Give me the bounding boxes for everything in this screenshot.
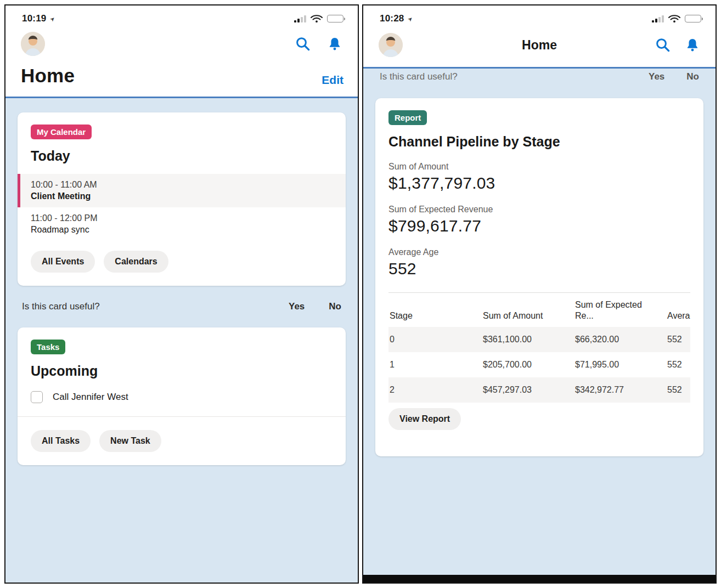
status-time: 10:28 ➤ <box>380 13 414 24</box>
column-header: Sum of Amount <box>482 293 574 327</box>
two-phone-screenshot: 10:19 ➤ <box>0 0 721 588</box>
cell-sum-amount: $361,100.00 <box>482 327 574 352</box>
report-card: Report Channel Pipeline by Stage Sum of … <box>375 98 703 456</box>
task-item: Call Jennifer West <box>31 391 333 403</box>
cell-stage: 1 <box>388 352 482 377</box>
wifi-icon <box>311 14 323 23</box>
tasks-card: Tasks Upcoming Call Jennifer West All Ta… <box>18 327 346 465</box>
page-title-row: Home Edit <box>5 59 358 97</box>
cell-average-age: 552 <box>666 352 690 377</box>
calendar-card-title: Today <box>31 148 333 164</box>
event-item[interactable]: 10:00 - 11:00 AM Client Meeting <box>18 174 346 207</box>
column-header: Averag <box>666 293 690 327</box>
table-row: 1 $205,700.00 $71,995.00 552 <box>388 352 690 377</box>
cell-average-age: 552 <box>666 327 690 352</box>
column-header: Sum of Expected Re... <box>574 293 666 327</box>
new-task-button[interactable]: New Task <box>99 430 161 452</box>
report-table[interactable]: Stage Sum of Amount Sum of Expected Re..… <box>388 292 690 403</box>
feedback-question: Is this card useful? <box>22 301 264 312</box>
metric-label: Sum of Expected Revenue <box>388 205 690 214</box>
home-content: Is this card useful? Yes No Report Chann… <box>363 69 716 583</box>
battery-icon <box>685 15 701 22</box>
metric: Sum of Amount $1,377,797.03 <box>388 162 690 193</box>
page-title: Home <box>21 65 75 87</box>
edit-button[interactable]: Edit <box>322 74 343 87</box>
left-phone-screen: 10:19 ➤ <box>4 4 359 584</box>
table-row: 0 $361,100.00 $66,320.00 552 <box>388 327 690 352</box>
report-badge: Report <box>388 110 427 125</box>
event-time: 11:00 - 12:00 PM <box>31 213 333 223</box>
tasks-actions: All Tasks New Task <box>31 430 333 452</box>
cellular-signal-icon <box>294 15 306 22</box>
report-card-title: Channel Pipeline by Stage <box>388 134 690 150</box>
time-text: 10:28 <box>380 13 404 24</box>
feedback-question: Is this card useful? <box>380 73 627 82</box>
cell-sum-amount: $457,297.03 <box>482 377 574 403</box>
cell-sum-amount: $205,700.00 <box>482 352 574 377</box>
task-label: Call Jennifer West <box>53 392 128 403</box>
calendar-badge: My Calendar <box>31 125 92 139</box>
status-bar: 10:28 ➤ <box>363 5 716 26</box>
status-icons <box>294 14 343 23</box>
cell-sum-expected: $66,320.00 <box>574 327 666 352</box>
metric-label: Sum of Amount <box>388 162 690 172</box>
screenshot-bottom-edge <box>362 575 717 583</box>
metric: Sum of Expected Revenue $799,617.77 <box>388 205 690 235</box>
battery-icon <box>327 15 343 22</box>
card-feedback-row: Is this card useful? Yes No <box>380 73 699 87</box>
location-arrow-icon: ➤ <box>407 15 415 23</box>
notifications-bell-icon[interactable] <box>326 35 343 53</box>
event-time: 10:00 - 11:00 AM <box>31 180 333 190</box>
cell-stage: 2 <box>388 377 482 403</box>
cell-stage: 0 <box>388 327 482 352</box>
event-item[interactable]: 11:00 - 12:00 PM Roadmap sync <box>18 207 346 241</box>
all-events-button[interactable]: All Events <box>31 251 95 273</box>
metric: Average Age 552 <box>388 247 690 278</box>
cell-sum-expected: $342,972.77 <box>574 377 666 403</box>
cell-average-age: 552 <box>666 377 690 403</box>
search-icon[interactable] <box>294 35 312 53</box>
search-icon[interactable] <box>654 36 672 54</box>
all-tasks-button[interactable]: All Tasks <box>31 430 91 452</box>
app-header: Home <box>363 26 716 67</box>
metric-label: Average Age <box>388 247 690 257</box>
status-icons <box>652 14 701 23</box>
view-report-button[interactable]: View Report <box>388 408 461 430</box>
card-feedback-row: Is this card useful? Yes No <box>18 301 346 312</box>
event-name: Client Meeting <box>31 191 333 201</box>
feedback-yes-button[interactable]: Yes <box>649 73 664 82</box>
feedback-yes-button[interactable]: Yes <box>289 301 305 312</box>
home-content: My Calendar Today 10:00 - 11:00 AM Clien… <box>5 98 358 583</box>
feedback-no-button[interactable]: No <box>329 301 341 312</box>
table-row: 2 $457,297.03 $342,972.77 552 <box>388 377 690 403</box>
status-time: 10:19 ➤ <box>22 13 56 24</box>
column-header: Stage <box>388 293 482 327</box>
metric-value: $799,617.77 <box>388 217 690 235</box>
right-phone-screen: 10:28 ➤ <box>362 4 717 584</box>
calendar-card: My Calendar Today 10:00 - 11:00 AM Clien… <box>18 112 346 286</box>
avatar[interactable] <box>21 32 45 56</box>
avatar[interactable] <box>379 33 403 57</box>
feedback-no-button[interactable]: No <box>686 73 699 82</box>
time-text: 10:19 <box>22 13 46 24</box>
location-arrow-icon: ➤ <box>49 15 57 23</box>
table-header-row: Stage Sum of Amount Sum of Expected Re..… <box>388 293 690 327</box>
calendars-button[interactable]: Calendars <box>104 251 168 273</box>
app-header <box>5 26 358 59</box>
status-bar: 10:19 ➤ <box>5 5 358 26</box>
task-checkbox[interactable] <box>31 391 43 403</box>
tasks-card-title: Upcoming <box>31 363 333 379</box>
metric-value: $1,377,797.03 <box>388 174 690 193</box>
cellular-signal-icon <box>652 15 664 22</box>
notifications-bell-icon[interactable] <box>684 36 701 54</box>
tasks-badge: Tasks <box>31 340 65 354</box>
metric-value: 552 <box>388 259 690 278</box>
event-name: Roadmap sync <box>31 225 333 235</box>
calendar-actions: All Events Calendars <box>31 251 333 273</box>
cell-sum-expected: $71,995.00 <box>574 352 666 377</box>
report-actions: View Report <box>388 408 690 430</box>
wifi-icon <box>668 14 680 23</box>
card-divider <box>18 416 346 417</box>
